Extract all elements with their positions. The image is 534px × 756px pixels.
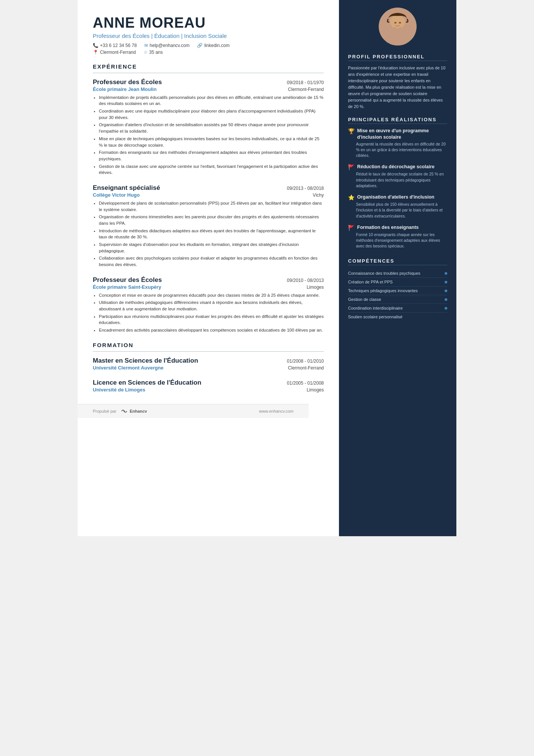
profil-section: PROFIL PROFESSIONNEL Passionnée par l'éd… [348, 54, 447, 117]
left-column: ANNE MOREAU Professeur des Écoles | Éduc… [78, 0, 339, 536]
email-item: ✉ help@enhancv.com [144, 43, 189, 48]
realisation-icon-3: ⭐ [348, 194, 354, 200]
exp-org-2: Collège Victor Hugo [93, 192, 140, 198]
avatar [379, 8, 417, 45]
form-title-1: Master en Sciences de l'Éducation [93, 357, 198, 365]
realisation-desc-3: Sensibilisé plus de 150 élèves annuellem… [348, 202, 447, 219]
realisation-item-4: 🚩 Formation des enseignants Formé 10 ens… [348, 224, 447, 249]
realisation-item-2: 🚩 Réduction du décrochage scolaire Rédui… [348, 164, 447, 189]
bullet-2-5: Collaboration avec des psychologues scol… [99, 255, 324, 268]
bullet-3-1: Conception et mise en œuvre de programme… [99, 292, 324, 299]
realisation-header-2: 🚩 Réduction du décrochage scolaire [348, 164, 447, 170]
bullet-2-3: Introduction de méthodes didactiques ada… [99, 228, 324, 240]
experience-item-2: Enseignant spécialisé 09/2013 - 08/2018 … [93, 184, 324, 268]
competence-item-2: Création de PPA et PPS [348, 278, 447, 286]
experience-item-1: Professeur des Écoles 09/2018 - 01/1970 … [93, 78, 324, 176]
linkedin-item: 🔗 linkedin.com [197, 43, 230, 48]
realisations-divider [348, 124, 447, 124]
competence-dot-3 [445, 290, 447, 292]
realisation-icon-4: 🚩 [348, 225, 354, 231]
city-item: 📍 Clermont-Ferrand [93, 50, 136, 55]
exp-location-1: Clermont-Ferrand [288, 87, 324, 92]
bullet-3-2: Utilisation de méthodes pédagogiques dif… [99, 299, 324, 312]
phone-item: 📞 +33 6 12 34 56 78 [93, 43, 137, 48]
form-header-1: Master en Sciences de l'Éducation 01/200… [93, 357, 324, 365]
footer-logo-area: Propulsé par Enhancv [93, 408, 147, 414]
exp-org-3: École primaire Saint-Exupéry [93, 284, 161, 290]
form-location-2: Limoges [307, 387, 324, 393]
form-title-2: Licence en Sciences de l'Éducation [93, 379, 201, 387]
avatar-wrap [348, 8, 447, 45]
exp-sub-2: Collège Victor Hugo Vichy [93, 192, 324, 198]
exp-bullets-1: Implémentation de projets éducatifs pers… [93, 94, 324, 176]
brand-name: Enhancv [130, 409, 147, 413]
bullet-2-1: Développement de plans de scolarisation … [99, 200, 324, 213]
competence-dot-1 [445, 272, 447, 275]
phone-icon: 📞 [93, 43, 98, 48]
profil-divider [348, 61, 447, 61]
exp-org-1: École primaire Jean Moulin [93, 86, 156, 92]
exp-header-1: Professeur des Écoles 09/2018 - 01/1970 [93, 78, 324, 86]
competence-label-2: Création de PPA et PPS [348, 280, 393, 284]
realisation-header-1: 🏆 Mise en œuvre d'un programme d'inclusi… [348, 128, 447, 140]
star-icon: ☆ [144, 50, 148, 55]
form-header-2: Licence en Sciences de l'Éducation 01/20… [93, 379, 324, 387]
exp-location-2: Vichy [313, 193, 324, 198]
exp-sub-3: École primaire Saint-Exupéry Limoges [93, 284, 324, 290]
realisation-icon-2: 🚩 [348, 164, 354, 170]
formation-item-1: Master en Sciences de l'Éducation 01/200… [93, 357, 324, 371]
form-sub-1: Université Clermont Auvergne Clermont-Fe… [93, 365, 324, 371]
form-dates-1: 01/2008 - 01/2010 [287, 358, 324, 364]
form-org-1: Université Clermont Auvergne [93, 365, 164, 371]
exp-dates-1: 09/2018 - 01/1970 [287, 80, 324, 85]
candidate-title: Professeur des Écoles | Éducation | Incl… [93, 33, 324, 39]
exp-bullets-3: Conception et mise en œuvre de programme… [93, 292, 324, 333]
svg-point-8 [399, 22, 401, 23]
form-dates-2: 01/2005 - 01/2008 [287, 380, 324, 386]
exp-sub-1: École primaire Jean Moulin Clermont-Ferr… [93, 86, 324, 92]
exp-header-2: Enseignant spécialisé 09/2013 - 08/2018 [93, 184, 324, 192]
bullet-1-5: Formation des enseignants sur des méthod… [99, 149, 324, 162]
profil-text: Passionnée par l'éducation inclusive ave… [348, 65, 447, 110]
competence-item-5: Coordination interdisciplinaire [348, 304, 447, 313]
age-value: 35 ans [149, 50, 163, 55]
footer: Propulsé par Enhancv www.enhancv.com [78, 404, 309, 418]
exp-title-2: Enseignant spécialisé [93, 184, 160, 192]
realisation-title-2: Réduction du décrochage scolaire [357, 164, 434, 170]
competence-dot-2 [445, 281, 447, 283]
bullet-2-4: Supervision de stages d'observation pour… [99, 241, 324, 254]
avatar-svg [379, 8, 417, 45]
competences-section-title: COMPÉTENCES [348, 258, 447, 264]
experience-section: EXPÉRIENCE Professeur des Écoles 09/2018… [93, 63, 324, 333]
bullet-3-3: Participation aux réunions multidiscipli… [99, 313, 324, 326]
formation-section: FORMATION Master en Sciences de l'Éducat… [93, 342, 324, 393]
realisations-section: PRINCIPALES RÉALISATIONS 🏆 Mise en œuvre… [348, 117, 447, 254]
realisation-title-4: Formation des enseignants [357, 224, 419, 230]
email-icon: ✉ [144, 43, 148, 48]
location-icon: 📍 [93, 50, 98, 55]
competence-item-4: Gestion de classe [348, 295, 447, 304]
realisation-desc-2: Réduit le taux de décrochage scolaire de… [348, 171, 447, 189]
experience-item-3: Professeur des Écoles 09/2010 - 08/2013 … [93, 276, 324, 333]
linkedin-value: linkedin.com [204, 43, 230, 48]
bullet-1-1: Implémentation de projets éducatifs pers… [99, 94, 324, 107]
form-org-2: Université de Limoges [93, 387, 145, 393]
bullet-1-2: Coordination avec une équipe multidiscip… [99, 108, 324, 121]
formation-divider [93, 351, 324, 352]
enhancv-logo-icon [120, 408, 128, 414]
svg-point-6 [389, 28, 406, 37]
contact-row-2: 📍 Clermont-Ferrand ☆ 35 ans [93, 50, 324, 55]
realisation-desc-1: Augmenté la réussite des élèves en diffi… [348, 141, 447, 159]
realisation-title-1: Mise en œuvre d'un programme d'inclusion… [357, 128, 447, 140]
exp-bullets-2: Développement de plans de scolarisation … [93, 200, 324, 268]
realisation-item-3: ⭐ Organisation d'ateliers d'inclusion Se… [348, 194, 447, 219]
right-column: PROFIL PROFESSIONNEL Passionnée par l'éd… [339, 0, 456, 536]
formation-item-2: Licence en Sciences de l'Éducation 01/20… [93, 379, 324, 393]
exp-header-3: Professeur des Écoles 09/2010 - 08/2013 [93, 276, 324, 284]
realisation-item-1: 🏆 Mise en œuvre d'un programme d'inclusi… [348, 128, 447, 158]
competence-label-3: Techniques pédagogiques innovantes [348, 288, 418, 293]
realisation-title-3: Organisation d'ateliers d'inclusion [357, 194, 434, 200]
experience-divider [93, 73, 324, 73]
propulse-label: Propulsé par [93, 409, 116, 413]
competence-dot-4 [445, 298, 447, 301]
